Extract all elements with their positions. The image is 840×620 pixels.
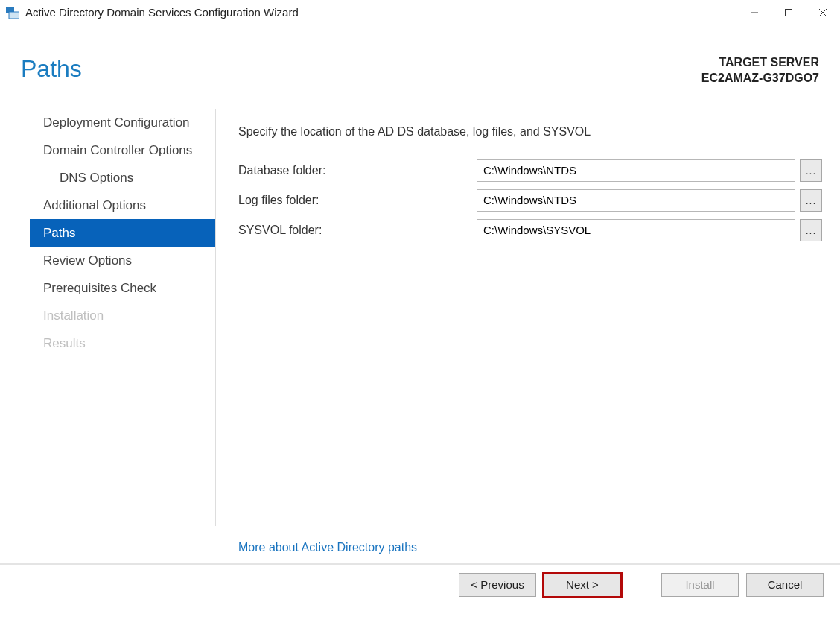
install-button: Install [661,573,739,597]
target-server-label: TARGET SERVER [701,55,819,71]
field-row-sysvol: SYSVOL folder: ... [238,219,822,241]
sidebar-item-dns-options[interactable]: DNS Options [30,164,215,192]
sidebar-item-review-options[interactable]: Review Options [30,247,215,274]
target-server-name: EC2AMAZ-G37DGO7 [701,71,819,86]
page-title: Paths [21,55,82,83]
main-panel: Specify the location of the AD DS databa… [216,109,840,563]
sidebar-item-results: Results [30,329,215,357]
log-files-folder-input[interactable] [477,189,795,212]
svg-rect-3 [786,9,792,16]
header: Paths TARGET SERVER EC2AMAZ-G37DGO7 [0,25,840,86]
sidebar-item-deployment-configuration[interactable]: Deployment Configuration [30,109,215,136]
instruction-text: Specify the location of the AD DS databa… [238,125,822,139]
footer-buttons: < Previous Next > Install Cancel [0,563,840,605]
sidebar-item-paths[interactable]: Paths [30,219,215,247]
sysvol-folder-label: SYSVOL folder: [238,224,477,237]
more-about-paths-link[interactable]: More about Active Directory paths [238,541,417,554]
sysvol-folder-input[interactable] [477,219,795,241]
database-folder-browse-button[interactable]: ... [800,159,822,182]
cancel-button[interactable]: Cancel [746,573,824,597]
sidebar-item-additional-options[interactable]: Additional Options [30,192,215,219]
target-server-box: TARGET SERVER EC2AMAZ-G37DGO7 [701,55,819,86]
wizard-body: Deployment Configuration Domain Controll… [0,86,840,563]
sidebar-item-installation: Installation [30,302,215,329]
app-icon [6,6,19,19]
close-button[interactable] [806,0,840,25]
minimize-button[interactable] [737,0,771,25]
database-folder-input[interactable] [477,159,795,182]
window-title: Active Directory Domain Services Configu… [25,6,299,19]
svg-rect-1 [9,12,19,19]
database-folder-label: Database folder: [238,164,477,177]
titlebar: Active Directory Domain Services Configu… [0,0,840,25]
field-row-database: Database folder: ... [238,159,822,182]
sidebar-item-domain-controller-options[interactable]: Domain Controller Options [30,136,215,164]
sysvol-folder-browse-button[interactable]: ... [800,219,822,241]
maximize-button[interactable] [771,0,806,25]
previous-button[interactable]: < Previous [459,573,536,597]
log-files-folder-label: Log files folder: [238,194,477,207]
next-button[interactable]: Next > [544,573,621,597]
sidebar: Deployment Configuration Domain Controll… [0,109,216,526]
sidebar-item-prerequisites-check[interactable]: Prerequisites Check [30,274,215,302]
field-row-logfiles: Log files folder: ... [238,189,822,212]
log-files-folder-browse-button[interactable]: ... [800,189,822,212]
